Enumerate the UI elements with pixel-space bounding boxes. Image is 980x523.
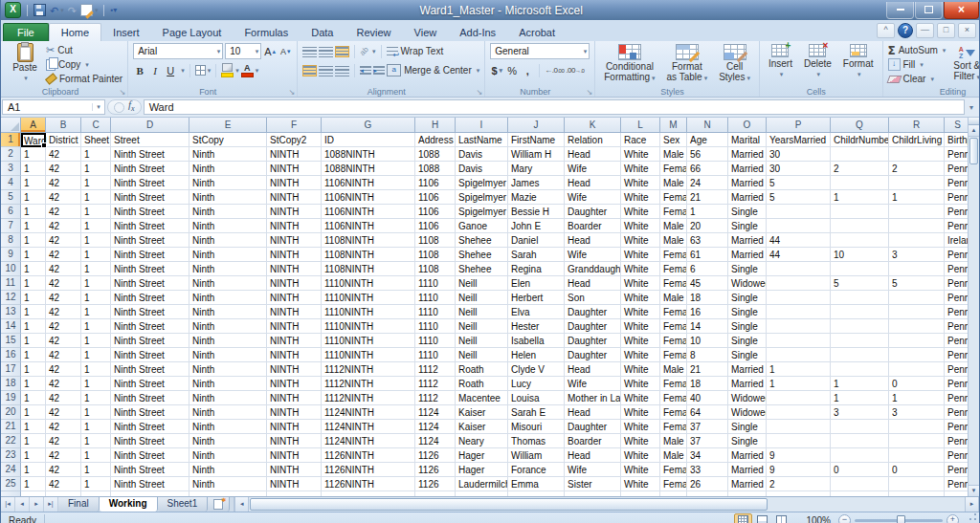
cell-S16[interactable]: Pennsylvania: [945, 348, 969, 362]
cell-J20[interactable]: Sarah E: [508, 405, 565, 420]
cell-M20[interactable]: Female: [660, 405, 687, 420]
cell-J[interactable]: [508, 491, 565, 496]
cell-G19[interactable]: 1112NINTH: [322, 391, 415, 405]
cell-S19[interactable]: Pennsylvania: [945, 391, 969, 405]
cell-O3[interactable]: Married: [728, 162, 767, 176]
customize-qat-button[interactable]: ▪▾: [110, 4, 117, 17]
ribbon-tab-add-ins[interactable]: Add-Ins: [448, 25, 507, 41]
cell-A9[interactable]: 1: [21, 248, 46, 262]
cell-P17[interactable]: 1: [767, 362, 831, 377]
row-header-18[interactable]: 18: [1, 377, 21, 391]
cell-I10[interactable]: Shehee: [456, 262, 508, 276]
cell-G23[interactable]: 1126NINTH: [322, 448, 415, 463]
cell-P[interactable]: [767, 491, 831, 496]
column-header-O[interactable]: O: [728, 118, 767, 133]
column-header-C[interactable]: C: [81, 118, 111, 133]
cell-Q24[interactable]: 0: [831, 463, 889, 477]
row-header-20[interactable]: 20: [1, 405, 21, 420]
page-break-view-button[interactable]: [772, 513, 791, 523]
cell-S[interactable]: [945, 491, 969, 496]
cell-N22[interactable]: 37: [687, 434, 728, 448]
delete-cells-button[interactable]: Delete ▾: [800, 43, 835, 80]
cell-G2[interactable]: 1088NINTH: [322, 147, 415, 162]
cell-L[interactable]: [621, 491, 660, 496]
column-header-N[interactable]: N: [687, 118, 728, 133]
cell-I5[interactable]: Spigelmyer: [456, 190, 508, 205]
cell-A23[interactable]: 1: [21, 448, 46, 463]
ribbon-tab-data[interactable]: Data: [300, 25, 345, 41]
cell-S23[interactable]: Pennsylvania: [945, 448, 969, 463]
cell-B23[interactable]: 42: [46, 448, 81, 463]
cell-R16[interactable]: [889, 348, 945, 362]
cell-L7[interactable]: White: [621, 219, 660, 233]
font-dialog-launcher[interactable]: ↘: [288, 88, 295, 97]
cell-G15[interactable]: 1110NINTH: [322, 334, 415, 348]
cell-P23[interactable]: 9: [767, 448, 831, 463]
cell-C3[interactable]: 1: [81, 162, 111, 176]
ribbon-tab-page-layout[interactable]: Page Layout: [151, 25, 234, 41]
cell-F20[interactable]: NINTH: [267, 405, 322, 420]
page-layout-view-button[interactable]: [753, 513, 771, 523]
cell-A24[interactable]: 1: [21, 463, 46, 477]
fill-handle[interactable]: [41, 142, 47, 148]
cell-D15[interactable]: Ninth Street: [111, 334, 189, 348]
cell-K7[interactable]: Boarder: [565, 219, 621, 233]
normal-view-button[interactable]: [734, 513, 752, 523]
cell-O24[interactable]: Married: [728, 463, 767, 477]
cell-P2[interactable]: 30: [767, 147, 831, 162]
cell-A8[interactable]: 1: [21, 233, 46, 248]
cell-R13[interactable]: [889, 305, 945, 319]
cell-O22[interactable]: Single: [728, 434, 767, 448]
cell-K11[interactable]: Head: [565, 276, 621, 291]
cell-E12[interactable]: Ninth: [189, 291, 267, 305]
clear-button[interactable]: Clear▾: [888, 72, 947, 86]
previous-sheet-button[interactable]: ◂: [15, 497, 30, 512]
number-dialog-launcher[interactable]: ↘: [587, 88, 593, 97]
sheet-tab-working[interactable]: Working: [100, 497, 158, 512]
cell-M11[interactable]: Female: [660, 276, 687, 291]
cell-K23[interactable]: Head: [565, 448, 621, 463]
borders-button[interactable]: ▾: [195, 63, 212, 77]
cell-I11[interactable]: Neill: [456, 276, 508, 291]
cell-I15[interactable]: Neill: [456, 334, 508, 348]
cell-J9[interactable]: Sarah: [508, 248, 565, 262]
cell-Q13[interactable]: [831, 305, 889, 319]
cell-J23[interactable]: William: [508, 448, 565, 463]
cell-S11[interactable]: Pennsylvania: [945, 276, 969, 291]
cell-Q4[interactable]: [831, 176, 889, 190]
cell-J17[interactable]: Clyde V: [508, 362, 565, 377]
cell-H21[interactable]: 1124: [415, 420, 456, 434]
row-header-22[interactable]: 22: [1, 434, 21, 448]
cell-A5[interactable]: 1: [21, 190, 46, 205]
cell-B15[interactable]: 42: [46, 334, 81, 348]
cell-A3[interactable]: 1: [21, 162, 46, 176]
cell-G11[interactable]: 1110NINTH: [322, 276, 415, 291]
cell-H24[interactable]: 1126: [415, 463, 456, 477]
column-header-E[interactable]: E: [189, 118, 267, 133]
cell-F22[interactable]: NINTH: [267, 434, 322, 448]
cell-G6[interactable]: 1106NINTH: [322, 205, 415, 219]
cell-S12[interactable]: Pennsylvania: [945, 291, 969, 305]
cell-G12[interactable]: 1110NINTH: [322, 291, 415, 305]
cell-P21[interactable]: [767, 420, 831, 434]
cell-P18[interactable]: 1: [767, 377, 831, 391]
cell-E11[interactable]: Ninth: [189, 276, 267, 291]
zoom-in-button[interactable]: +: [947, 514, 959, 523]
cell-I24[interactable]: Hager: [456, 463, 508, 477]
cell-R23[interactable]: [889, 448, 945, 463]
cell-I9[interactable]: Shehee: [456, 248, 508, 262]
cell-S14[interactable]: Pennsylvania: [945, 319, 969, 334]
cell-D25[interactable]: Ninth Street: [111, 477, 189, 491]
cell-N14[interactable]: 14: [687, 319, 728, 334]
cell-R20[interactable]: 3: [889, 405, 945, 420]
cell-R15[interactable]: [889, 334, 945, 348]
cell-K14[interactable]: Daughter: [565, 319, 621, 334]
cell-D10[interactable]: Ninth Street: [111, 262, 189, 276]
cell-D23[interactable]: Ninth Street: [111, 448, 189, 463]
row-header-7[interactable]: 7: [1, 219, 21, 233]
cell-C18[interactable]: 1: [81, 377, 111, 391]
cell-A13[interactable]: 1: [21, 305, 46, 319]
cell-I25[interactable]: Laudermilch: [456, 477, 508, 491]
cell-A1[interactable]: Ward: [21, 133, 46, 147]
cell-B18[interactable]: 42: [46, 377, 81, 391]
